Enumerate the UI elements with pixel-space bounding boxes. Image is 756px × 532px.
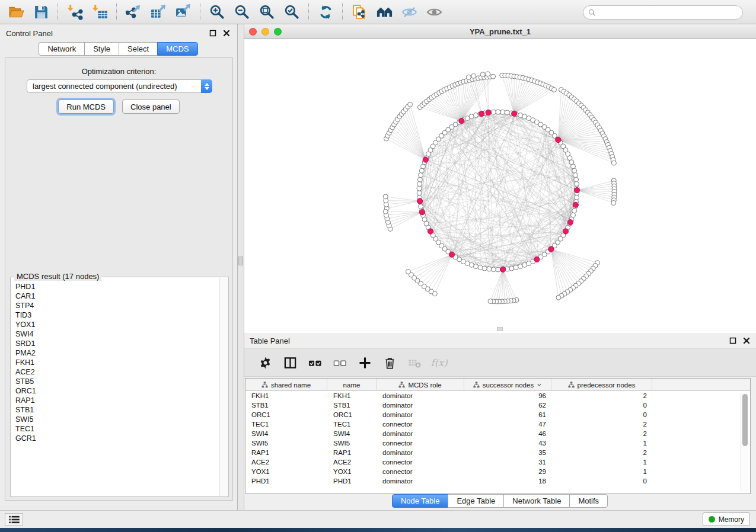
table-cell: YOX1	[327, 467, 377, 476]
mcds-result-node[interactable]: STB1	[15, 405, 219, 415]
column-header-successor-nodes[interactable]: successor nodes	[464, 379, 551, 391]
tab-mcds[interactable]: MCDS	[157, 42, 197, 56]
tab-style[interactable]: Style	[84, 42, 119, 56]
table-row[interactable]: SWI4SWI4dominator462	[245, 429, 750, 438]
duplicate-network-button[interactable]	[347, 2, 372, 22]
table-tab-motifs[interactable]: Motifs	[569, 494, 608, 508]
create-column-button[interactable]	[353, 352, 376, 373]
mcds-result-node[interactable]: CAR1	[15, 291, 219, 301]
save-session-button[interactable]	[28, 2, 53, 22]
table-row[interactable]: PHD1PHD1dominator180	[245, 476, 750, 486]
import-table-button[interactable]	[87, 2, 112, 22]
first-neighbors-button[interactable]	[372, 2, 397, 22]
table-tab-network-table[interactable]: Network Table	[503, 494, 570, 508]
table-cell: 2	[551, 419, 652, 429]
mcds-result-node[interactable]: STP4	[15, 301, 219, 310]
table-cell: 0	[551, 410, 652, 419]
select-all-columns-button[interactable]	[304, 352, 326, 373]
settings-gear-button[interactable]	[254, 352, 276, 373]
table-row[interactable]: RAP1RAP1dominator352	[245, 448, 750, 457]
close-panel-button[interactable]	[222, 28, 231, 38]
export-image-button[interactable]	[171, 2, 196, 22]
split-panel-icon	[283, 356, 297, 370]
zoom-in-button[interactable]	[205, 2, 229, 22]
table-row[interactable]: ACE2ACE2connector311	[245, 457, 750, 467]
column-header-name[interactable]: name	[327, 379, 377, 391]
table-cell: SWI5	[327, 438, 377, 448]
desktop-background	[0, 528, 756, 532]
zoom-selected-button[interactable]	[279, 2, 304, 22]
close-table-panel-button[interactable]	[742, 336, 751, 345]
close-icon	[223, 30, 230, 37]
open-file-button[interactable]	[4, 2, 28, 22]
hide-selected-button[interactable]	[397, 2, 422, 22]
mcds-result-node[interactable]: RAP1	[15, 396, 219, 405]
table-cell: 47	[464, 419, 551, 429]
zoom-selected-icon	[284, 4, 300, 20]
mcds-result-node[interactable]: FKH1	[15, 358, 219, 367]
tab-select[interactable]: Select	[119, 42, 158, 56]
mcds-result-node[interactable]: PHD1	[15, 282, 219, 291]
table-scrollbar-thumb[interactable]	[742, 394, 748, 446]
network-window-title: YPA_prune.txt_1	[470, 27, 531, 36]
export-table-button[interactable]	[146, 2, 171, 22]
table-cell: YOX1	[245, 467, 327, 476]
refresh-view-button[interactable]	[313, 2, 338, 22]
mcds-result-node[interactable]: SRD1	[15, 339, 219, 348]
search-input[interactable]	[599, 8, 738, 17]
table-row[interactable]: ORC1ORC1dominator610	[245, 410, 750, 419]
mcds-result-node[interactable]: PMA2	[15, 348, 219, 358]
close-window-button[interactable]	[249, 28, 257, 36]
run-mcds-button[interactable]: Run MCDS	[58, 100, 114, 114]
table-cell: dominator	[377, 448, 464, 457]
task-history-button[interactable]	[5, 513, 23, 526]
mcds-result-node[interactable]: TID3	[15, 310, 219, 320]
table-row[interactable]: STB1STB1dominator620	[245, 400, 750, 410]
minimize-window-button[interactable]	[261, 28, 269, 36]
table-row[interactable]: TEC1TEC1connector472	[245, 419, 750, 429]
export-network-button[interactable]	[121, 2, 146, 22]
import-network-button[interactable]	[62, 2, 87, 22]
network-window-titlebar[interactable]: YPA_prune.txt_1	[244, 24, 756, 39]
zoom-fit-button[interactable]	[254, 2, 279, 22]
mcds-result-node[interactable]: ORC1	[15, 386, 219, 396]
show-all-button[interactable]	[422, 2, 446, 22]
view-splitter-handle[interactable]	[497, 327, 503, 331]
float-panel-button[interactable]	[208, 28, 218, 38]
table-tab-edge-table[interactable]: Edge Table	[448, 494, 504, 508]
mcds-result-node[interactable]: STB5	[15, 377, 219, 386]
mcds-list-scrollbar[interactable]	[219, 278, 228, 496]
delete-column-button[interactable]	[378, 352, 401, 373]
column-header-MCDS-role[interactable]: MCDS role	[377, 379, 464, 391]
memory-button[interactable]: Memory	[703, 512, 750, 526]
mcds-result-node[interactable]: SWI4	[15, 329, 219, 339]
memory-label: Memory	[719, 515, 744, 524]
mcds-result-node[interactable]: GCR1	[15, 434, 219, 443]
split-panel-button[interactable]	[279, 352, 301, 373]
table-tab-node-table[interactable]: Node Table	[392, 494, 449, 508]
float-table-panel-button[interactable]	[728, 336, 738, 345]
table-row[interactable]: YOX1YOX1connector291	[245, 467, 750, 476]
mcds-result-node[interactable]: TEC1	[15, 424, 219, 434]
close-panel-action-button[interactable]: Close panel	[122, 100, 180, 114]
toolbar-separator	[342, 4, 343, 20]
mcds-result-list[interactable]: PHD1CAR1STP4TID3YOX1SWI4SRD1PMA2FKH1ACE2…	[11, 281, 219, 496]
tab-network[interactable]: Network	[39, 42, 85, 56]
table-scrollbar[interactable]	[741, 393, 748, 492]
network-canvas[interactable]	[244, 39, 756, 333]
table-row[interactable]: FKH1FKH1dominator962	[245, 391, 750, 400]
criterion-select[interactable]: largest connected component (undirected)	[27, 79, 212, 93]
unselect-all-columns-button[interactable]	[328, 352, 351, 373]
panel-splitter[interactable]	[238, 24, 244, 510]
column-header-predecessor-nodes[interactable]: predecessor nodes	[551, 379, 652, 391]
splitter-handle[interactable]	[238, 257, 243, 265]
mcds-result-node[interactable]: ACE2	[15, 367, 219, 377]
maximize-window-button[interactable]	[274, 28, 282, 36]
zoom-out-button[interactable]	[229, 2, 254, 22]
column-header-label: successor nodes	[483, 382, 534, 389]
mcds-result-node[interactable]: SWI5	[15, 415, 219, 424]
column-header-shared-name[interactable]: shared name	[245, 379, 327, 391]
close-icon	[743, 337, 750, 344]
mcds-result-node[interactable]: YOX1	[15, 320, 219, 329]
table-row[interactable]: SWI5SWI5connector431	[245, 438, 750, 448]
